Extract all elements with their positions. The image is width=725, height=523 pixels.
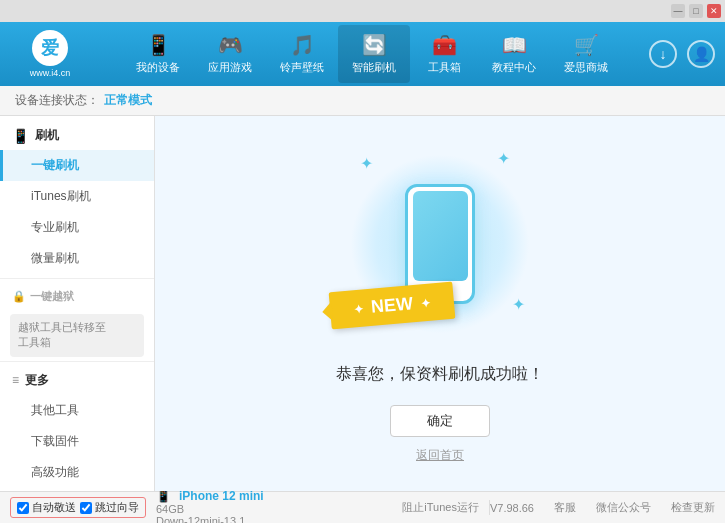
success-text: 恭喜您，保资料刷机成功啦！: [336, 364, 544, 385]
minimize-button[interactable]: —: [671, 4, 685, 18]
nav-right-controls: ↓ 👤: [649, 40, 715, 68]
user-button[interactable]: 👤: [687, 40, 715, 68]
wechat-link[interactable]: 微信公众号: [596, 500, 651, 515]
nav-store[interactable]: 🛒 爱思商城: [550, 25, 622, 83]
tutorial-label: 教程中心: [492, 60, 536, 75]
sidebar-item-other-tools[interactable]: 其他工具: [0, 395, 154, 426]
back-home-link[interactable]: 返回首页: [416, 447, 464, 464]
ringtones-label: 铃声壁纸: [280, 60, 324, 75]
content-area: ✦ ✦ ✦ ✦ NEW ✦ 恭喜您，保资料刷机成功啦！ 确定 返回首页: [155, 116, 725, 491]
star-right: ✦: [420, 296, 431, 311]
sidebar-divider-2: [0, 361, 154, 362]
flash-section-icon: 📱: [12, 128, 29, 144]
nav-tutorial[interactable]: 📖 教程中心: [478, 25, 550, 83]
auto-send-input[interactable]: [17, 502, 29, 514]
sidebar-item-advanced[interactable]: 高级功能: [0, 457, 154, 488]
checkbox-group: 自动敬送 跳过向导: [10, 497, 146, 518]
apps-games-label: 应用游戏: [208, 60, 252, 75]
apps-games-icon: 🎮: [218, 33, 243, 57]
title-bar: — □ ✕: [0, 0, 725, 22]
version-label: V7.98.66: [490, 502, 534, 514]
device-version: Down-12mini-13,1: [156, 515, 264, 524]
logo-icon: 爱: [32, 30, 68, 66]
skip-wizard-input[interactable]: [80, 502, 92, 514]
star-left: ✦: [353, 302, 364, 317]
sidebar-flash-header: 📱 刷机: [0, 121, 154, 150]
sidebar-divider-1: [0, 278, 154, 279]
logo-subtext: www.i4.cn: [30, 68, 71, 78]
bottom-right: V7.98.66 客服 微信公众号 检查更新: [490, 500, 715, 515]
main-layout: 📱 刷机 一键刷机 iTunes刷机 专业刷机 微量刷机 🔒 一键越狱 越狱工具…: [0, 116, 725, 491]
skip-wizard-checkbox[interactable]: 跳过向导: [80, 500, 139, 515]
sparkle-1: ✦: [360, 154, 373, 173]
bottom-left: 自动敬送 跳过向导 📱 iPhone 12 mini 64GB Down-12m…: [10, 489, 392, 524]
confirm-button[interactable]: 确定: [390, 405, 490, 437]
status-bar: 设备连接状态： 正常模式: [0, 86, 725, 116]
my-device-label: 我的设备: [136, 60, 180, 75]
customer-service-link[interactable]: 客服: [554, 500, 576, 515]
nav-ringtones[interactable]: 🎵 铃声壁纸: [266, 25, 338, 83]
stop-itunes[interactable]: 阻止iTunes运行: [392, 500, 490, 515]
sparkle-3: ✦: [512, 295, 525, 314]
smart-flash-label: 智能刷机: [352, 60, 396, 75]
check-update-link[interactable]: 检查更新: [671, 500, 715, 515]
download-button[interactable]: ↓: [649, 40, 677, 68]
nav-my-device[interactable]: 📱 我的设备: [122, 25, 194, 83]
nav-items: 📱 我的设备 🎮 应用游戏 🎵 铃声壁纸 🔄 智能刷机 🧰 工具箱 📖 教程中心…: [95, 25, 649, 83]
more-section-icon: ≡: [12, 373, 19, 387]
sparkle-2: ✦: [497, 149, 510, 168]
auto-send-checkbox[interactable]: 自动敬送: [17, 500, 76, 515]
smart-flash-icon: 🔄: [362, 33, 387, 57]
sidebar-more-header: ≡ 更多: [0, 366, 154, 395]
my-device-icon: 📱: [146, 33, 171, 57]
sidebar: 📱 刷机 一键刷机 iTunes刷机 专业刷机 微量刷机 🔒 一键越狱 越狱工具…: [0, 116, 155, 491]
device-storage: 64GB: [156, 503, 264, 515]
close-button[interactable]: ✕: [707, 4, 721, 18]
lock-icon: 🔒: [12, 290, 26, 303]
sidebar-item-one-click-flash[interactable]: 一键刷机: [0, 150, 154, 181]
maximize-button[interactable]: □: [689, 4, 703, 18]
top-nav: 爱 www.i4.cn 📱 我的设备 🎮 应用游戏 🎵 铃声壁纸 🔄 智能刷机 …: [0, 22, 725, 86]
bottom-bar: 自动敬送 跳过向导 📱 iPhone 12 mini 64GB Down-12m…: [0, 491, 725, 523]
nav-smart-flash[interactable]: 🔄 智能刷机: [338, 25, 410, 83]
toolbox-icon: 🧰: [432, 33, 457, 57]
logo: 爱 www.i4.cn: [10, 30, 90, 78]
status-value: 正常模式: [104, 92, 152, 109]
window-controls[interactable]: — □ ✕: [671, 4, 721, 18]
sidebar-jailbreak-header: 🔒 一键越狱: [0, 283, 154, 310]
device-info: 📱 iPhone 12 mini 64GB Down-12mini-13,1: [156, 489, 264, 524]
ringtones-icon: 🎵: [290, 33, 315, 57]
phone-screen: [413, 191, 468, 281]
jailbreak-notice: 越狱工具已转移至工具箱: [10, 314, 144, 357]
sidebar-item-itunes-flash[interactable]: iTunes刷机: [0, 181, 154, 212]
flash-section-label: 刷机: [35, 127, 59, 144]
nav-toolbox[interactable]: 🧰 工具箱: [410, 25, 478, 83]
status-label: 设备连接状态：: [15, 92, 99, 109]
store-icon: 🛒: [574, 33, 599, 57]
sidebar-item-download-firmware[interactable]: 下载固件: [0, 426, 154, 457]
toolbox-label: 工具箱: [428, 60, 461, 75]
tutorial-icon: 📖: [502, 33, 527, 57]
nav-apps-games[interactable]: 🎮 应用游戏: [194, 25, 266, 83]
sidebar-item-pro-flash[interactable]: 专业刷机: [0, 212, 154, 243]
phone-illustration: ✦ ✦ ✦ ✦ NEW ✦: [340, 144, 540, 344]
sidebar-item-micro-flash[interactable]: 微量刷机: [0, 243, 154, 274]
store-label: 爱思商城: [564, 60, 608, 75]
